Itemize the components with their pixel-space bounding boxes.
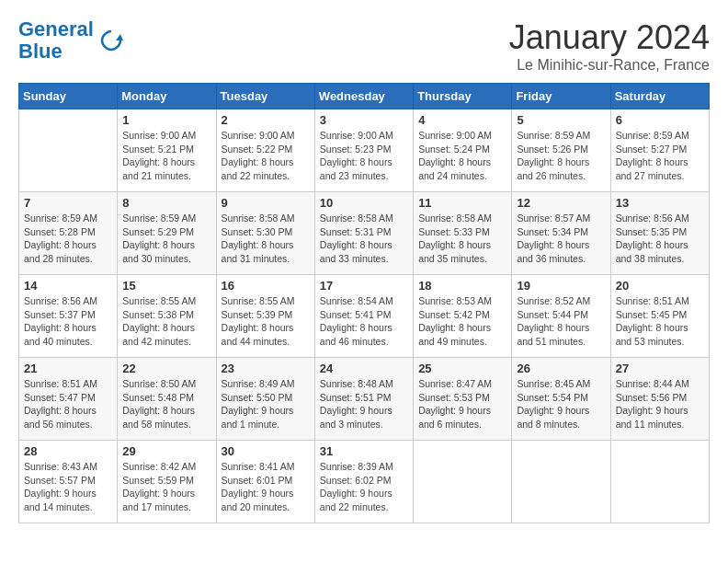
day-cell: 11Sunrise: 8:58 AM Sunset: 5:33 PM Dayli…: [414, 192, 512, 275]
day-number: 8: [122, 196, 210, 210]
day-cell: 20Sunrise: 8:51 AM Sunset: 5:45 PM Dayli…: [610, 275, 709, 358]
day-number: 1: [122, 113, 210, 127]
month-title: January 2024: [509, 18, 710, 57]
day-cell: [610, 441, 709, 523]
logo-text: General Blue: [18, 18, 94, 63]
day-header-wednesday: Wednesday: [314, 84, 413, 109]
day-number: 31: [320, 444, 408, 458]
day-info: Sunrise: 8:55 AM Sunset: 5:39 PM Dayligh…: [222, 294, 310, 349]
day-cell: 1Sunrise: 9:00 AM Sunset: 5:21 PM Daylig…: [118, 109, 216, 192]
day-number: 17: [320, 279, 408, 293]
day-cell: [512, 441, 610, 523]
day-info: Sunrise: 8:50 AM Sunset: 5:48 PM Dayligh…: [122, 377, 210, 431]
day-number: 19: [517, 279, 605, 293]
day-info: Sunrise: 8:52 AM Sunset: 5:44 PM Dayligh…: [517, 294, 605, 349]
day-info: Sunrise: 8:43 AM Sunset: 5:57 PM Dayligh…: [24, 460, 112, 514]
day-cell: 4Sunrise: 9:00 AM Sunset: 5:24 PM Daylig…: [414, 109, 512, 192]
day-number: 9: [222, 196, 310, 210]
day-number: 18: [418, 279, 506, 293]
day-info: Sunrise: 9:00 AM Sunset: 5:24 PM Dayligh…: [418, 129, 506, 183]
day-number: 20: [616, 279, 704, 293]
day-header-monday: Monday: [118, 84, 216, 109]
day-info: Sunrise: 8:59 AM Sunset: 5:26 PM Dayligh…: [517, 129, 605, 183]
day-info: Sunrise: 8:53 AM Sunset: 5:42 PM Dayligh…: [418, 294, 506, 349]
day-cell: [19, 109, 118, 192]
title-block: January 2024 Le Minihic-sur-Rance, Franc…: [509, 18, 710, 74]
day-cell: 29Sunrise: 8:42 AM Sunset: 5:59 PM Dayli…: [118, 441, 216, 523]
day-info: Sunrise: 8:44 AM Sunset: 5:56 PM Dayligh…: [616, 377, 704, 431]
day-info: Sunrise: 8:42 AM Sunset: 5:59 PM Dayligh…: [122, 460, 210, 514]
day-info: Sunrise: 9:00 AM Sunset: 5:21 PM Dayligh…: [122, 129, 210, 183]
day-cell: 25Sunrise: 8:47 AM Sunset: 5:53 PM Dayli…: [414, 358, 512, 441]
day-info: Sunrise: 8:41 AM Sunset: 6:01 PM Dayligh…: [222, 460, 310, 514]
day-cell: 13Sunrise: 8:56 AM Sunset: 5:35 PM Dayli…: [610, 192, 709, 275]
day-info: Sunrise: 8:59 AM Sunset: 5:28 PM Dayligh…: [24, 212, 112, 266]
page-header: General Blue January 2024 Le Minihic-sur…: [18, 18, 710, 74]
location-text: Le Minihic-sur-Rance, France: [509, 57, 710, 74]
week-row-3: 14Sunrise: 8:56 AM Sunset: 5:37 PM Dayli…: [19, 275, 710, 358]
day-header-sunday: Sunday: [19, 84, 118, 109]
day-info: Sunrise: 8:49 AM Sunset: 5:50 PM Dayligh…: [222, 377, 310, 431]
day-cell: 10Sunrise: 8:58 AM Sunset: 5:31 PM Dayli…: [314, 192, 413, 275]
day-number: 6: [616, 113, 704, 127]
day-number: 16: [222, 279, 310, 293]
day-header-friday: Friday: [512, 84, 610, 109]
day-header-thursday: Thursday: [414, 84, 512, 109]
header-row: SundayMondayTuesdayWednesdayThursdayFrid…: [19, 84, 710, 109]
day-number: 2: [222, 113, 310, 127]
day-info: Sunrise: 9:00 AM Sunset: 5:22 PM Dayligh…: [222, 129, 310, 183]
day-number: 28: [24, 444, 112, 458]
day-number: 29: [122, 444, 210, 458]
day-info: Sunrise: 8:59 AM Sunset: 5:27 PM Dayligh…: [616, 129, 704, 183]
day-header-saturday: Saturday: [610, 84, 709, 109]
day-cell: 26Sunrise: 8:45 AM Sunset: 5:54 PM Dayli…: [512, 358, 610, 441]
day-number: 11: [418, 196, 506, 210]
day-cell: 9Sunrise: 8:58 AM Sunset: 5:30 PM Daylig…: [216, 192, 314, 275]
day-info: Sunrise: 8:48 AM Sunset: 5:51 PM Dayligh…: [320, 377, 408, 431]
day-cell: 18Sunrise: 8:53 AM Sunset: 5:42 PM Dayli…: [414, 275, 512, 358]
svg-marker-0: [116, 34, 123, 40]
week-row-1: 1Sunrise: 9:00 AM Sunset: 5:21 PM Daylig…: [19, 109, 710, 192]
day-info: Sunrise: 8:58 AM Sunset: 5:33 PM Dayligh…: [418, 212, 506, 266]
week-row-2: 7Sunrise: 8:59 AM Sunset: 5:28 PM Daylig…: [19, 192, 710, 275]
day-info: Sunrise: 8:58 AM Sunset: 5:30 PM Dayligh…: [222, 212, 310, 266]
day-number: 26: [517, 362, 605, 375]
day-cell: 12Sunrise: 8:57 AM Sunset: 5:34 PM Dayli…: [512, 192, 610, 275]
day-cell: 30Sunrise: 8:41 AM Sunset: 6:01 PM Dayli…: [216, 441, 314, 523]
day-number: 13: [616, 196, 704, 210]
day-cell: 16Sunrise: 8:55 AM Sunset: 5:39 PM Dayli…: [216, 275, 314, 358]
day-cell: 31Sunrise: 8:39 AM Sunset: 6:02 PM Dayli…: [314, 441, 413, 523]
day-cell: 15Sunrise: 8:55 AM Sunset: 5:38 PM Dayli…: [118, 275, 216, 358]
day-info: Sunrise: 8:51 AM Sunset: 5:47 PM Dayligh…: [24, 377, 112, 431]
week-row-4: 21Sunrise: 8:51 AM Sunset: 5:47 PM Dayli…: [19, 358, 710, 441]
day-number: 24: [320, 362, 408, 375]
day-cell: 19Sunrise: 8:52 AM Sunset: 5:44 PM Dayli…: [512, 275, 610, 358]
day-info: Sunrise: 8:51 AM Sunset: 5:45 PM Dayligh…: [616, 294, 704, 349]
week-row-5: 28Sunrise: 8:43 AM Sunset: 5:57 PM Dayli…: [19, 441, 710, 523]
day-number: 14: [24, 279, 112, 293]
day-info: Sunrise: 8:57 AM Sunset: 5:34 PM Dayligh…: [517, 212, 605, 266]
day-info: Sunrise: 8:58 AM Sunset: 5:31 PM Dayligh…: [320, 212, 408, 266]
logo-blue: Blue: [18, 40, 63, 63]
day-number: 15: [122, 279, 210, 293]
day-cell: 23Sunrise: 8:49 AM Sunset: 5:50 PM Dayli…: [216, 358, 314, 441]
day-info: Sunrise: 8:54 AM Sunset: 5:41 PM Dayligh…: [320, 294, 408, 349]
day-number: 21: [24, 362, 112, 375]
day-number: 12: [517, 196, 605, 210]
day-header-tuesday: Tuesday: [216, 84, 314, 109]
day-number: 25: [418, 362, 506, 375]
day-cell: 6Sunrise: 8:59 AM Sunset: 5:27 PM Daylig…: [610, 109, 709, 192]
logo-general: General: [18, 17, 94, 40]
day-info: Sunrise: 8:47 AM Sunset: 5:53 PM Dayligh…: [418, 377, 506, 431]
day-cell: 2Sunrise: 9:00 AM Sunset: 5:22 PM Daylig…: [216, 109, 314, 192]
day-cell: 17Sunrise: 8:54 AM Sunset: 5:41 PM Dayli…: [314, 275, 413, 358]
day-cell: 21Sunrise: 8:51 AM Sunset: 5:47 PM Dayli…: [19, 358, 118, 441]
day-number: 10: [320, 196, 408, 210]
day-cell: 8Sunrise: 8:59 AM Sunset: 5:29 PM Daylig…: [118, 192, 216, 275]
day-cell: 28Sunrise: 8:43 AM Sunset: 5:57 PM Dayli…: [19, 441, 118, 523]
day-number: 5: [517, 113, 605, 127]
day-info: Sunrise: 9:00 AM Sunset: 5:23 PM Dayligh…: [320, 129, 408, 183]
day-info: Sunrise: 8:59 AM Sunset: 5:29 PM Dayligh…: [122, 212, 210, 266]
day-cell: [414, 441, 512, 523]
day-info: Sunrise: 8:56 AM Sunset: 5:35 PM Dayligh…: [616, 212, 704, 266]
